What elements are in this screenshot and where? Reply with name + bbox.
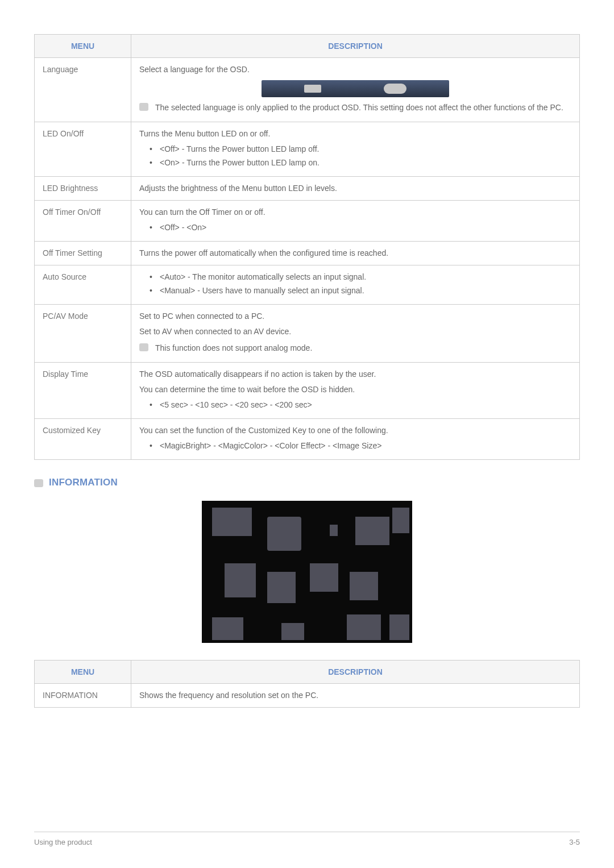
table-row: LED On/Off Turns the Menu button LED on … <box>35 122 580 177</box>
table-row: Customized Key You can set the function … <box>35 419 580 460</box>
bullet-item: <Off> - <On> <box>150 222 571 234</box>
note-text: The selected language is only applied to… <box>155 102 563 114</box>
footer-right: 3-5 <box>569 838 580 846</box>
note-text: This function does not support analog mo… <box>155 342 312 354</box>
menu-description-table-1: MENU DESCRIPTION Language Select a langu… <box>34 34 580 460</box>
osd-language-image <box>262 80 449 97</box>
table-row: INFORMATION Shows the frequency and reso… <box>35 684 580 708</box>
desc-text: Select a language for the OSD. <box>139 64 571 76</box>
desc-cell: Shows the frequency and resolution set o… <box>131 684 580 708</box>
note-icon <box>139 343 148 351</box>
bullet-item: <Off> - Turns the Power button LED lamp … <box>150 143 571 155</box>
desc-text: Turns the Menu button LED on or off. <box>139 128 571 140</box>
desc-cell: You can turn the Off Timer on or off. <O… <box>131 201 580 242</box>
table-row: Off Timer On/Off You can turn the Off Ti… <box>35 201 580 242</box>
menu-label: Auto Source <box>35 265 131 305</box>
table-row: LED Brightness Adjusts the brightness of… <box>35 177 580 201</box>
table-row: PC/AV Mode Set to PC when connected to a… <box>35 305 580 363</box>
bullet-item: <Auto> - The monitor automatically selec… <box>150 271 571 283</box>
table-row: Off Timer Setting Turns the power off au… <box>35 242 580 265</box>
desc-text: You can determine the time to wait befor… <box>139 384 571 396</box>
bullet-item: <Manual> - Users have to manually select… <box>150 285 571 297</box>
table2-header-description: DESCRIPTION <box>131 661 580 684</box>
note-icon <box>139 103 148 111</box>
bullet-item: <MagicBright> - <MagicColor> - <Color Ef… <box>150 440 571 452</box>
bullet-item: <On> - Turns the Power button LED lamp o… <box>150 157 571 169</box>
desc-cell: Select a language for the OSD. The selec… <box>131 58 580 122</box>
desc-cell: <Auto> - The monitor automatically selec… <box>131 265 580 305</box>
desc-cell: Turns the power off automatically when t… <box>131 242 580 265</box>
table-row: Language Select a language for the OSD. … <box>35 58 580 122</box>
table-row: Display Time The OSD automatically disap… <box>35 363 580 419</box>
page-footer: Using the product 3-5 <box>34 832 580 846</box>
menu-label: Off Timer On/Off <box>35 201 131 242</box>
table1-header-description: DESCRIPTION <box>131 35 580 58</box>
section-heading: INFORMATION <box>34 477 580 488</box>
menu-label: Off Timer Setting <box>35 242 131 265</box>
footer-left: Using the product <box>34 838 92 846</box>
menu-description-table-2: MENU DESCRIPTION INFORMATION Shows the f… <box>34 660 580 708</box>
desc-cell: The OSD automatically disappears if no a… <box>131 363 580 419</box>
desc-cell: Set to PC when connected to a PC. Set to… <box>131 305 580 363</box>
table2-header-menu: MENU <box>35 661 131 684</box>
desc-cell: Adjusts the brightness of the Menu butto… <box>131 177 580 201</box>
desc-text: You can set the function of the Customiz… <box>139 425 571 437</box>
desc-text: Adjusts the brightness of the Menu butto… <box>139 182 571 194</box>
desc-text: Set to PC when connected to a PC. <box>139 310 571 322</box>
menu-label: LED Brightness <box>35 177 131 201</box>
bullet-item: <5 sec> - <10 sec> - <20 sec> - <200 sec… <box>150 399 571 411</box>
desc-cell: Turns the Menu button LED on or off. <Of… <box>131 122 580 177</box>
menu-label: Language <box>35 58 131 122</box>
desc-text: The OSD automatically disappears if no a… <box>139 368 571 380</box>
menu-label: LED On/Off <box>35 122 131 177</box>
menu-label: INFORMATION <box>35 684 131 708</box>
table-row: Auto Source <Auto> - The monitor automat… <box>35 265 580 305</box>
section-title: INFORMATION <box>49 477 118 488</box>
menu-label: Customized Key <box>35 419 131 460</box>
desc-text: Turns the power off automatically when t… <box>139 247 571 259</box>
desc-text: You can turn the Off Timer on or off. <box>139 206 571 218</box>
menu-label: PC/AV Mode <box>35 305 131 363</box>
table1-header-menu: MENU <box>35 35 131 58</box>
section-bullet-icon <box>34 479 43 487</box>
information-osd-image <box>202 501 412 643</box>
desc-text: Shows the frequency and resolution set o… <box>139 690 571 701</box>
desc-cell: You can set the function of the Customiz… <box>131 419 580 460</box>
menu-label: Display Time <box>35 363 131 419</box>
desc-text: Set to AV when connected to an AV device… <box>139 326 571 338</box>
